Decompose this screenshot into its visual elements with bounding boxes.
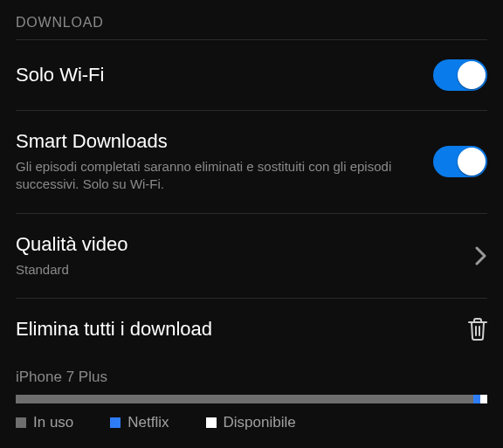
swatch-netflix <box>110 417 121 428</box>
row-title-delete: Elimina tutti i download <box>16 318 449 341</box>
storage-bar-segment <box>473 395 480 403</box>
legend-item-used: In uso <box>16 414 73 431</box>
storage-bar-segment <box>16 395 473 403</box>
row-smart-downloads[interactable]: Smart Downloads Gli episodi completati s… <box>0 111 503 213</box>
chevron-right-icon <box>475 246 487 265</box>
swatch-available <box>206 417 217 428</box>
row-delete-all-downloads[interactable]: Elimina tutti i download <box>0 299 503 360</box>
storage-section: iPhone 7 Plus In uso Netflix Disponibile <box>0 360 503 431</box>
legend-item-netflix: Netflix <box>110 414 169 431</box>
row-title-wifi: Solo Wi-Fi <box>16 64 423 86</box>
section-header-download: DOWNLOAD <box>0 0 503 39</box>
storage-legend: In uso Netflix Disponibile <box>16 414 487 431</box>
row-title-smart: Smart Downloads <box>16 130 423 153</box>
legend-label-used: In uso <box>33 414 73 431</box>
swatch-used <box>16 417 26 428</box>
storage-bar <box>16 395 487 403</box>
toggle-knob <box>458 61 486 89</box>
toggle-wifi-only[interactable] <box>433 59 487 91</box>
row-wifi-only[interactable]: Solo Wi-Fi <box>0 40 503 110</box>
legend-item-available: Disponibile <box>206 414 296 431</box>
toggle-knob <box>458 148 486 176</box>
storage-device-name: iPhone 7 Plus <box>16 369 487 386</box>
row-value-quality: Standard <box>16 261 400 279</box>
legend-label-netflix: Netflix <box>127 414 169 431</box>
trash-icon <box>468 318 487 341</box>
legend-label-available: Disponibile <box>224 414 296 431</box>
storage-bar-segment <box>480 395 487 403</box>
row-desc-smart: Gli episodi completati saranno eliminati… <box>16 158 400 194</box>
row-video-quality[interactable]: Qualità video Standard <box>0 214 503 298</box>
toggle-smart-downloads[interactable] <box>433 146 487 177</box>
row-title-quality: Qualità video <box>16 233 465 256</box>
